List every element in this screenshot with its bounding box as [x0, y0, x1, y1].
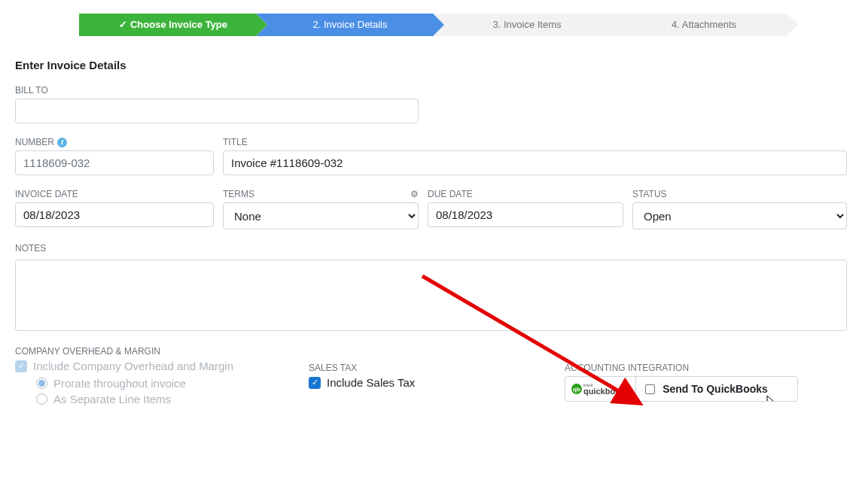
quickbooks-integration-box: qb intuit quickbooks Send To QuickBooks — [565, 376, 798, 402]
invoice-date-input[interactable] — [15, 202, 214, 227]
overhead-separate-radio — [36, 393, 47, 405]
title-input[interactable] — [223, 150, 847, 175]
step-invoice-items[interactable]: 3. Invoice Items — [433, 14, 610, 36]
number-label: NUMBER — [15, 137, 54, 147]
step-invoice-details[interactable]: 2. Invoice Details — [256, 14, 433, 36]
due-date-label: DUE DATE — [428, 189, 623, 199]
status-label: STATUS — [632, 189, 847, 199]
number-input — [15, 150, 214, 175]
gear-icon[interactable]: ⚙ — [410, 189, 419, 199]
invoice-date-label: INVOICE DATE — [15, 189, 214, 199]
terms-select[interactable]: None — [223, 202, 419, 229]
step-label: Choose Invoice Type — [130, 19, 227, 30]
overhead-prorate-label: Prorate throughout invoice — [53, 377, 186, 390]
notes-label: NOTES — [15, 243, 847, 254]
terms-label: TERMS — [223, 189, 254, 199]
step-label: 4. Attachments — [660, 19, 736, 30]
integration-section-label: ACCOUNTING INTEGRATION — [565, 363, 847, 373]
quickbooks-logo: qb intuit quickbooks — [565, 377, 636, 401]
notes-textarea[interactable] — [15, 260, 847, 331]
overhead-separate-label: As Separate Line Items — [53, 393, 171, 405]
quickbooks-logo-big: quickbooks — [583, 387, 629, 396]
cursor-pointer-icon — [764, 395, 776, 402]
salestax-include-checkbox[interactable]: ✓ — [309, 377, 321, 389]
quickbooks-icon: qb — [571, 384, 582, 394]
send-to-quickbooks-label: Send To QuickBooks — [662, 383, 768, 395]
step-choose-invoice-type[interactable]: ✓Choose Invoice Type — [79, 14, 256, 36]
overhead-prorate-radio — [36, 378, 47, 389]
page-title: Enter Invoice Details — [15, 59, 847, 71]
check-icon: ✓ — [119, 19, 127, 30]
step-attachments[interactable]: 4. Attachments — [610, 14, 787, 36]
overhead-include-label: Include Company Overhead and Margin — [33, 360, 233, 372]
title-label: TITLE — [223, 137, 847, 147]
step-label: 2. Invoice Details — [302, 19, 388, 30]
send-to-quickbooks-checkbox[interactable] — [645, 384, 655, 394]
step-label: 3. Invoice Items — [481, 19, 561, 30]
wizard-stepper: ✓Choose Invoice Type 2. Invoice Details … — [0, 14, 862, 36]
salestax-section-label: SALES TAX — [309, 363, 565, 373]
info-icon[interactable]: i — [57, 138, 67, 147]
status-select[interactable]: Open — [632, 202, 847, 229]
overhead-include-checkbox: ✓ — [15, 360, 27, 372]
overhead-section-label: COMPANY OVERHEAD & MARGIN — [15, 346, 309, 357]
due-date-input[interactable] — [428, 202, 623, 227]
salestax-include-label: Include Sales Tax — [327, 376, 415, 389]
billto-input[interactable] — [15, 99, 419, 123]
billto-label: BILL TO — [15, 85, 419, 96]
